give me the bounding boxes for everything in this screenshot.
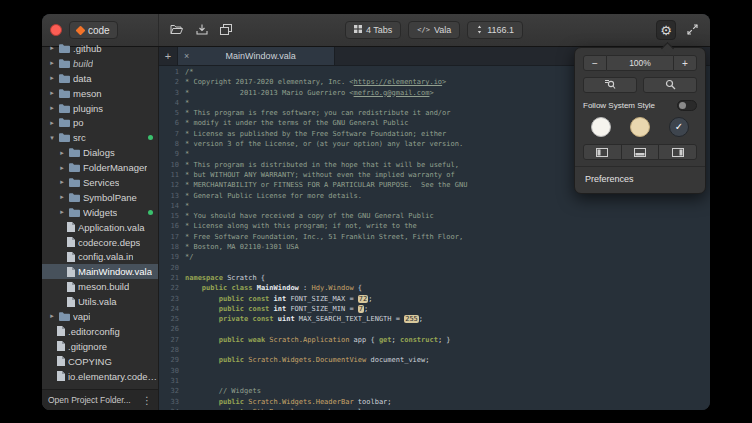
sidebar-item-widgets[interactable]: ▸Widgets (42, 205, 158, 220)
line-number: 11 (159, 170, 185, 180)
sidebar-item-mainwindow-vala[interactable]: MainWindow.vala (42, 264, 158, 279)
panel-left-toggle[interactable] (583, 144, 622, 160)
code-text: * Free Software Foundation, Inc., 51 Fra… (185, 232, 463, 242)
zoom-level-button[interactable]: 100% (607, 55, 673, 71)
code-app-window: code (42, 14, 710, 410)
sidebar-item-io-elementary-code-yml[interactable]: io.elementary.code.yml (42, 369, 158, 384)
sidebar-item-src[interactable]: ▾src (42, 130, 158, 145)
style-light-button[interactable] (591, 117, 611, 137)
chevron-right-icon: ▸ (48, 44, 56, 52)
code-text: * (185, 201, 189, 211)
sidebar-item-plugins[interactable]: ▸plugins (42, 101, 158, 116)
zoom-in-button[interactable]: + (673, 55, 697, 71)
chevron-right-icon: ▸ (58, 164, 66, 172)
sidebar-item-editorconfig[interactable]: .editorconfig (42, 324, 158, 339)
folder-icon (59, 133, 70, 142)
code-line: 34 private Gtk.Revealer search_revealer; (159, 407, 710, 410)
sidebar-item-label: config.vala.in (78, 251, 133, 262)
panel-bottom-toggle[interactable] (621, 144, 660, 160)
code-text: // Widgets (185, 386, 261, 396)
settings-popover: − 100% + Follow System Style (574, 47, 706, 194)
code-text: public class MainWindow : Hdy.Window { (185, 283, 362, 293)
code-text: public const int FONT_SIZE_MAX = 72; (185, 294, 373, 304)
folder-icon (59, 118, 70, 127)
sidebar-item-symbolpane[interactable]: ▸SymbolPane (42, 190, 158, 205)
tab-mainwindow-vala[interactable]: × MainWindow.vala (177, 47, 335, 65)
line-number: 22 (159, 283, 185, 293)
folder-icon (59, 312, 70, 321)
code-text: * (185, 98, 189, 108)
new-tab-button[interactable]: + (159, 47, 177, 65)
code-text: * General Public License for more detail… (185, 191, 362, 201)
sidebar-item-services[interactable]: ▸Services (42, 175, 158, 190)
tabs-overview-button[interactable]: 4 Tabs (345, 21, 401, 39)
sidebar-item-foldermanager[interactable]: ▸FolderManager (42, 160, 158, 175)
project-label: code (88, 25, 110, 36)
language-selector-button[interactable]: </> Vala (408, 21, 460, 39)
code-text: public Scratch.Widgets.DocumentView docu… (185, 355, 429, 365)
code-text: private Gtk.Revealer search_revealer; (185, 407, 375, 410)
sidebar-item-github[interactable]: ▸.github (42, 41, 158, 56)
sidebar-item-label: .editorconfig (68, 326, 120, 337)
chevron-right-icon: ▸ (58, 208, 66, 216)
global-search-button[interactable] (643, 77, 697, 93)
close-button[interactable] (50, 24, 62, 36)
code-text: * This program is free software; you can… (185, 108, 451, 118)
sidebar-item-label: plugins (73, 103, 103, 114)
open-project-folder-button[interactable]: Open Project Folder... (48, 395, 131, 405)
line-number: 14 (159, 201, 185, 211)
sidebar-item-application-vala[interactable]: Application.vala (42, 220, 158, 235)
language-label: Vala (434, 25, 451, 35)
folder-open-icon (170, 21, 183, 39)
code-line: 29 public Scratch.Widgets.DocumentView d… (159, 355, 710, 365)
follow-system-style-toggle[interactable] (677, 100, 697, 111)
settings-button[interactable]: ⚙ (656, 20, 676, 40)
file-icon (57, 356, 65, 366)
find-button[interactable] (583, 77, 637, 93)
code-line: 31 (159, 376, 710, 386)
code-line: 19*/ (159, 252, 710, 262)
save-file-button[interactable] (192, 20, 212, 40)
modified-badge (148, 210, 153, 215)
zoom-out-button[interactable]: − (583, 55, 607, 71)
project-button[interactable]: code (69, 21, 118, 39)
sidebar-item-copying[interactable]: COPYING (42, 354, 158, 369)
sidebar-item-label: COPYING (68, 356, 112, 367)
sidebar-item-po[interactable]: ▸po (42, 115, 158, 130)
fullscreen-button[interactable] (682, 20, 702, 40)
style-sepia-button[interactable] (630, 117, 650, 137)
line-number: 1 (159, 67, 185, 77)
templates-button[interactable] (216, 20, 236, 40)
sidebar-item-label: FolderManager (83, 162, 147, 173)
sidebar-item-utils-vala[interactable]: Utils.vala (42, 294, 158, 309)
style-dark-button[interactable]: ✓ (669, 117, 689, 137)
sidebar-item-config-vala-in[interactable]: config.vala.in (42, 249, 158, 264)
sidebar-item-data[interactable]: ▸data (42, 71, 158, 86)
file-icon (67, 267, 75, 277)
sidebar-item-meson[interactable]: ▸meson (42, 86, 158, 101)
sidebar-item-label: meson (73, 88, 102, 99)
panel-right-toggle[interactable] (658, 144, 697, 160)
sidebar-item-build[interactable]: ▸build (42, 56, 158, 71)
folder-icon (59, 89, 70, 98)
kebab-menu-icon[interactable]: ⋮ (142, 395, 152, 406)
preferences-menu-item[interactable]: Preferences (583, 172, 697, 187)
folder-icon (69, 148, 80, 157)
sidebar-item-codecore-deps[interactable]: codecore.deps (42, 235, 158, 250)
line-number: 9 (159, 149, 185, 159)
code-text: namespace Scratch { (185, 273, 265, 283)
sidebar-item-label: codecore.deps (78, 237, 140, 248)
tab-close-icon[interactable]: × (184, 51, 189, 61)
grid-icon (354, 25, 362, 35)
sidebar-item-gitignore[interactable]: .gitignore (42, 339, 158, 354)
sidebar-item-label: .github (73, 43, 102, 54)
sidebar-item-label: Widgets (83, 207, 117, 218)
sidebar-item-dialogs[interactable]: ▸Dialogs (42, 145, 158, 160)
line-number: 29 (159, 355, 185, 365)
sidebar-item-label: Services (83, 177, 119, 188)
sidebar-item-label: .gitignore (68, 341, 107, 352)
goto-line-button[interactable]: 1166.1 (467, 21, 523, 39)
sidebar-item-meson-build[interactable]: meson.build (42, 279, 158, 294)
open-file-button[interactable] (166, 20, 186, 40)
sidebar-item-vapi[interactable]: ▸vapi (42, 309, 158, 324)
